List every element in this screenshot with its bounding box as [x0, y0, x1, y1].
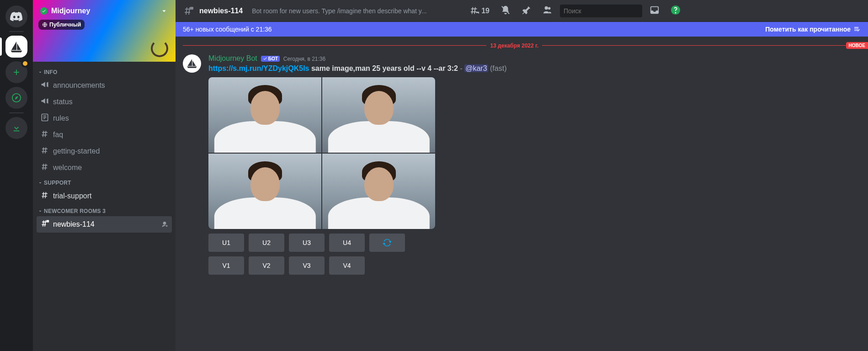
new-messages-text: 56+ новых сообщений с 21:36 — [183, 26, 272, 33]
channel-label: newbies-114 — [53, 220, 95, 229]
channels-list: INFOannouncementsstatusrulesfaqgetting-s… — [33, 62, 176, 351]
notifications-button[interactable] — [497, 5, 514, 17]
pinned-button[interactable] — [518, 5, 535, 17]
notification-badge — [21, 59, 29, 68]
hash-lock-icon — [183, 5, 194, 16]
rail-separator — [9, 112, 24, 113]
download-apps-button[interactable] — [5, 117, 27, 139]
add-member-icon[interactable] — [161, 221, 168, 228]
variation-v3-button[interactable]: V3 — [289, 256, 325, 275]
channel-label: status — [53, 98, 73, 106]
compass-icon — [11, 93, 21, 103]
generated-image-3 — [208, 154, 321, 229]
chevron-down-icon — [37, 180, 43, 186]
server-midjourney[interactable] — [5, 36, 27, 58]
bell-muted-icon — [501, 5, 511, 15]
svg-rect-4 — [190, 7, 193, 10]
channel-newbies-114[interactable]: newbies-114 — [37, 216, 172, 233]
channel-label: trial-support — [53, 192, 91, 200]
hash-lock-icon — [40, 219, 49, 230]
category-header[interactable]: INFO — [37, 65, 176, 77]
server-rail: + — [0, 0, 33, 351]
variation-v1-button[interactable]: V1 — [208, 256, 244, 275]
reroll-icon — [383, 238, 392, 247]
channel-label: announcements — [53, 81, 105, 90]
channel-rules[interactable]: rules — [37, 110, 172, 127]
threads-icon — [469, 6, 479, 16]
upscale-u4-button[interactable]: U4 — [329, 234, 365, 252]
hash-icon — [40, 129, 49, 140]
channel-description[interactable]: Bot room for new users. Type /imagine th… — [252, 7, 462, 15]
upscale-u1-button[interactable]: U1 — [208, 234, 244, 252]
loading-ring-icon — [151, 40, 168, 57]
search-box[interactable] — [560, 5, 642, 17]
server-header[interactable]: Midjourney — [33, 0, 176, 22]
svg-rect-3 — [46, 220, 49, 223]
server-banner: Midjourney Публичный — [33, 0, 176, 62]
date-divider: 13 декабря 2022 г. НОВОЕ — [183, 42, 861, 49]
server-public-badge: Публичный — [38, 20, 85, 30]
sailboat-icon — [10, 40, 23, 53]
help-button[interactable] — [667, 5, 684, 17]
hash-icon — [40, 191, 49, 202]
rules-icon — [40, 113, 49, 124]
reroll-button[interactable] — [369, 234, 405, 252]
discord-logo-icon — [10, 12, 23, 21]
category-header[interactable]: SUPPORT — [37, 176, 176, 188]
upscale-u2-button[interactable]: U2 — [249, 234, 284, 252]
upscale-row: U1U2U3U4 — [208, 234, 861, 252]
check-icon — [263, 56, 267, 61]
user-mention[interactable]: @kar3 — [464, 64, 488, 72]
plus-icon: + — [13, 66, 20, 79]
sailboat-icon — [186, 58, 198, 69]
channel-trial-support[interactable]: trial-support — [37, 188, 172, 204]
hash-icon — [40, 162, 49, 173]
category-header[interactable]: NEWCOMER ROOMS 3 — [37, 204, 176, 216]
rail-separator — [9, 31, 24, 32]
message-link[interactable]: https://s.mj.run/YZDykjQK5Is — [208, 64, 309, 72]
channel-title: newbies-114 — [199, 7, 243, 15]
search-input[interactable] — [564, 7, 644, 15]
members-icon — [543, 5, 553, 15]
inbox-button[interactable] — [646, 5, 663, 17]
chevron-down-icon — [37, 208, 43, 214]
message: Midjourney Bot БОТ Сегодня, в 21:36 http… — [176, 51, 868, 275]
variation-row: V1V2V3V4 — [208, 256, 861, 275]
explore-button[interactable] — [5, 87, 27, 109]
channel-announcements[interactable]: announcements — [37, 77, 172, 94]
new-messages-bar[interactable]: 56+ новых сообщений с 21:36 Пометить как… — [176, 22, 868, 37]
pin-icon — [522, 5, 532, 15]
generated-image-grid[interactable] — [208, 77, 435, 229]
members-button[interactable] — [539, 5, 556, 17]
dm-home-button[interactable] — [5, 5, 27, 27]
server-name: Midjourney — [51, 7, 90, 15]
message-author[interactable]: Midjourney Bot — [208, 54, 257, 63]
message-content: https://s.mj.run/YZDykjQK5Is same image,… — [208, 64, 861, 74]
generated-image-1 — [208, 77, 321, 153]
avatar[interactable] — [183, 54, 201, 73]
channel-sidebar: Midjourney Публичный INFOannouncementsst… — [33, 0, 176, 351]
channel-welcome[interactable]: welcome — [37, 160, 172, 176]
globe-icon — [42, 22, 48, 27]
channel-label: rules — [53, 114, 69, 122]
bot-tag: БОТ — [261, 56, 280, 62]
channel-label: faq — [53, 131, 63, 139]
megaphone-icon — [40, 80, 49, 91]
new-badge: НОВОЕ — [846, 42, 868, 49]
help-icon — [671, 5, 681, 15]
channel-faq[interactable]: faq — [37, 127, 172, 143]
mark-read-icon — [853, 26, 861, 33]
upscale-u3-button[interactable]: U3 — [289, 234, 325, 252]
channel-status[interactable]: status — [37, 94, 172, 110]
threads-button[interactable]: 19 — [466, 6, 493, 16]
add-server-button[interactable]: + — [5, 61, 27, 83]
channel-getting-started[interactable]: getting-started — [37, 143, 172, 160]
channel-label: welcome — [53, 164, 82, 172]
chat-main: newbies-114 Bot room for new users. Type… — [176, 0, 868, 351]
mark-read-button[interactable]: Пометить как прочитанное — [765, 26, 861, 33]
variation-v4-button[interactable]: V4 — [329, 256, 365, 275]
megaphone-icon — [40, 96, 49, 107]
download-icon — [11, 123, 21, 133]
verified-icon — [40, 7, 48, 15]
variation-v2-button[interactable]: V2 — [249, 256, 284, 275]
